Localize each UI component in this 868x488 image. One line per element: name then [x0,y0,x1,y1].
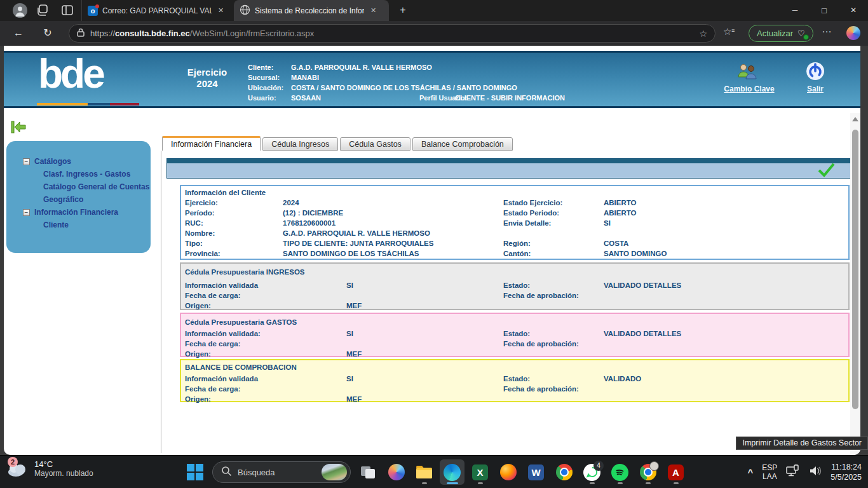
bde-logo: bde [38,50,103,97]
panel-title: BALANCE DE COMPROBACION [185,363,297,371]
sidebar-item-cliente[interactable]: Cliente [43,220,69,229]
perfil-value: CLIENTE - SUBIR INFORMACION [455,94,565,102]
workspaces-icon[interactable] [36,4,49,19]
add-favorite-icon[interactable]: ☆ [699,29,707,39]
balance-comprobacion-panel: BALANCE DE COMPROBACION Información vali… [180,359,850,402]
word-icon[interactable]: W [524,459,548,485]
volume-icon[interactable] [809,465,822,479]
cliente-label: Cliente: [248,64,273,71]
sidebar-item-catalogos[interactable]: Catálogos [34,157,71,166]
weather-widget[interactable]: 2 14°C Mayorm. nublado [6,459,93,478]
power-icon[interactable] [806,62,825,83]
start-button[interactable] [187,464,203,480]
firefox-icon[interactable] [496,459,520,485]
logo-bar-red [110,103,139,105]
browser-tab-active[interactable]: Sistema de Recoleccion de Inform ✕ [234,0,389,21]
acrobat-icon[interactable]: A [663,459,688,485]
tab-cedula-ingresos[interactable]: Cédula Ingresos [262,137,338,151]
field-label: Información validada [185,281,258,289]
web-page: bde Ejercicio 2024 Cliente: G.A.D. PARRO… [4,46,860,455]
field-value: (12) : DICIEMBRE [283,209,343,217]
field-value: 1768120600001 [283,219,336,227]
checkmark-icon[interactable] [817,162,836,177]
file-explorer-icon[interactable] [412,459,437,485]
field-label: Provincia: [185,250,220,257]
minimize-button[interactable]: ─ [780,0,810,21]
profile-avatar-icon[interactable] [13,3,27,18]
close-icon[interactable]: ✕ [369,6,378,15]
sidebar-item-informacion-financiera[interactable]: Información Financiera [34,208,118,217]
actualizar-label: Actualizar [757,29,793,38]
ejercicio-box: Ejercicio 2024 [175,67,239,90]
field-label: Origen: [185,350,211,358]
users-icon[interactable] [736,63,759,83]
chrome-icon[interactable] [552,459,576,485]
salir-link[interactable]: Salir [799,85,831,93]
usuario-label: Usuario: [248,94,276,102]
whatsapp-icon[interactable]: 4 [580,459,604,485]
actualizar-button[interactable]: Actualizar ♡ [749,25,813,42]
field-label: Período: [185,209,215,217]
close-icon[interactable]: ✕ [216,6,226,15]
field-value: SANTO DOMINGO [604,250,667,257]
close-window-button[interactable]: ✕ [839,0,868,21]
status-bar [166,158,858,179]
search-placeholder: Búsqueda [238,468,316,477]
excel-icon[interactable]: X [468,459,492,485]
field-value: SI [346,330,353,337]
field-value: COSTA [604,240,628,247]
copilot-taskbar-icon[interactable] [384,459,409,485]
cambio-clave-link[interactable]: Cambio Clave [721,85,778,93]
weather-badge: 2 [8,457,18,467]
favorites-icon[interactable]: ☆≡ [723,26,731,37]
browser-toolbar: ← ↻ https://consulta.bde.fin.ec/WebSim/L… [0,21,868,46]
browser-tab-mail[interactable]: o Correo: GAD PARROQUIAL VALLE ✕ [81,0,233,21]
back-button[interactable]: ← [10,25,27,41]
field-label: Estado: [503,375,530,383]
field-label: Ejercicio: [185,199,218,207]
edge-icon[interactable] [440,459,465,485]
field-label: Estado Ejercicio: [503,199,562,207]
usuario-value: SOSAAN [291,94,321,102]
whatsapp-badge: 4 [593,461,604,471]
collapse-menu-icon[interactable] [10,119,27,137]
logo-bar-orange [37,103,88,105]
maximize-button[interactable]: □ [810,0,839,21]
search-input[interactable]: Búsqueda [212,461,351,483]
sidebar-item-clasf-ingresos-gastos[interactable]: Clasf. Ingresos - Gastos [43,170,130,179]
scrollbar-thumb[interactable] [852,130,858,409]
network-icon[interactable] [786,464,800,480]
clock[interactable]: 11:18:24 5/5/2025 [831,462,862,482]
panel-title: Información del Cliente [185,189,266,196]
refresh-button[interactable]: ↻ [39,25,56,41]
outlook-icon: o [88,6,98,16]
page-scrollbar[interactable] [850,113,860,455]
chrome-profile-icon[interactable] [635,459,660,485]
field-value: SI [604,219,611,227]
vertical-tabs-icon[interactable] [61,4,74,19]
field-value: 2024 [283,199,299,207]
field-label: Región: [503,240,531,247]
field-value: SI [346,281,353,289]
field-label: Fecha de aprobación: [503,292,579,299]
language-indicator[interactable]: ESP LAA [762,463,777,481]
copilot-icon[interactable] [846,26,860,40]
spotify-icon[interactable] [607,459,632,485]
more-options-button[interactable]: … [822,24,832,35]
tab-cedula-gastos[interactable]: Cédula Gastos [340,137,410,151]
task-view-button[interactable] [356,459,381,485]
tray-chevron-icon[interactable]: ^ [748,467,754,478]
field-label: Origen: [185,302,211,309]
client-info-panel: Información del Cliente Ejercicio:2024Es… [180,185,850,260]
sidebar-item-geografico[interactable]: Geográfico [43,195,83,204]
address-bar[interactable]: https://consulta.bde.fin.ec/WebSim/Login… [69,24,715,43]
tab-informacion-financiera[interactable]: Información Financiera [162,136,261,151]
lock-icon [77,28,85,39]
tab-balance-comprobacion[interactable]: Balance Comprobación [412,137,513,151]
field-label: Nombre: [185,229,215,237]
collapse-icon[interactable]: − [23,209,30,216]
sidebar-item-catalogo-general[interactable]: Catálogo General de Cuentas [43,182,149,191]
scroll-up-arrow[interactable] [852,117,858,121]
collapse-icon[interactable]: − [23,158,30,165]
new-tab-button[interactable]: + [395,3,410,18]
